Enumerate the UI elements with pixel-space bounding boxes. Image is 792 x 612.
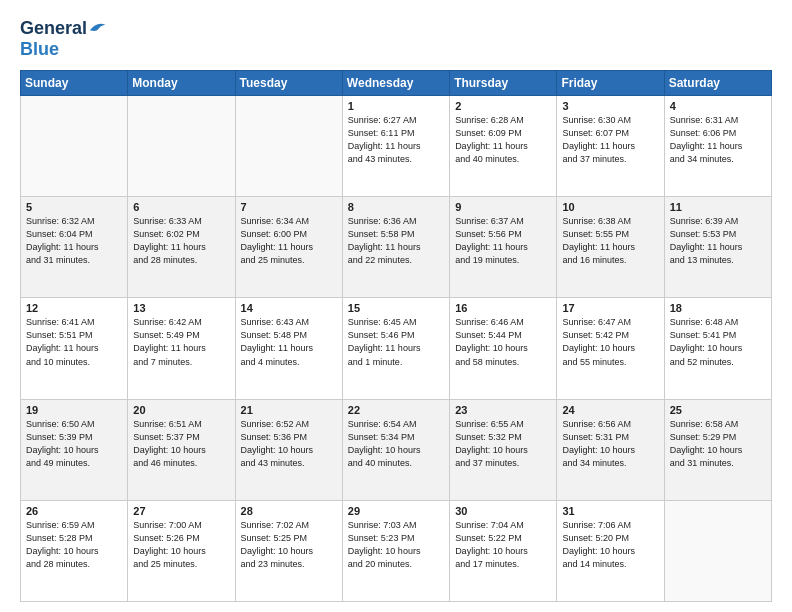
- calendar-cell: 21Sunrise: 6:52 AM Sunset: 5:36 PM Dayli…: [235, 399, 342, 500]
- weekday-header-friday: Friday: [557, 71, 664, 96]
- calendar-cell: 4Sunrise: 6:31 AM Sunset: 6:06 PM Daylig…: [664, 96, 771, 197]
- day-info: Sunrise: 7:06 AM Sunset: 5:20 PM Dayligh…: [562, 519, 658, 571]
- day-number: 26: [26, 505, 122, 517]
- calendar-cell: 28Sunrise: 7:02 AM Sunset: 5:25 PM Dayli…: [235, 500, 342, 601]
- calendar-cell: 3Sunrise: 6:30 AM Sunset: 6:07 PM Daylig…: [557, 96, 664, 197]
- calendar-cell: [128, 96, 235, 197]
- calendar-cell: 24Sunrise: 6:56 AM Sunset: 5:31 PM Dayli…: [557, 399, 664, 500]
- day-info: Sunrise: 6:41 AM Sunset: 5:51 PM Dayligh…: [26, 316, 122, 368]
- day-info: Sunrise: 6:59 AM Sunset: 5:28 PM Dayligh…: [26, 519, 122, 571]
- calendar-cell: 15Sunrise: 6:45 AM Sunset: 5:46 PM Dayli…: [342, 298, 449, 399]
- calendar-row-4: 19Sunrise: 6:50 AM Sunset: 5:39 PM Dayli…: [21, 399, 772, 500]
- day-number: 21: [241, 404, 337, 416]
- calendar-cell: 2Sunrise: 6:28 AM Sunset: 6:09 PM Daylig…: [450, 96, 557, 197]
- day-info: Sunrise: 6:56 AM Sunset: 5:31 PM Dayligh…: [562, 418, 658, 470]
- calendar-cell: 14Sunrise: 6:43 AM Sunset: 5:48 PM Dayli…: [235, 298, 342, 399]
- day-info: Sunrise: 6:47 AM Sunset: 5:42 PM Dayligh…: [562, 316, 658, 368]
- page: GeneralBlue SundayMondayTuesdayWednesday…: [0, 0, 792, 612]
- day-info: Sunrise: 7:03 AM Sunset: 5:23 PM Dayligh…: [348, 519, 444, 571]
- day-number: 16: [455, 302, 551, 314]
- day-info: Sunrise: 6:54 AM Sunset: 5:34 PM Dayligh…: [348, 418, 444, 470]
- calendar-cell: 26Sunrise: 6:59 AM Sunset: 5:28 PM Dayli…: [21, 500, 128, 601]
- calendar-cell: 1Sunrise: 6:27 AM Sunset: 6:11 PM Daylig…: [342, 96, 449, 197]
- weekday-header-tuesday: Tuesday: [235, 71, 342, 96]
- day-number: 28: [241, 505, 337, 517]
- calendar-cell: 18Sunrise: 6:48 AM Sunset: 5:41 PM Dayli…: [664, 298, 771, 399]
- day-info: Sunrise: 6:58 AM Sunset: 5:29 PM Dayligh…: [670, 418, 766, 470]
- day-info: Sunrise: 6:52 AM Sunset: 5:36 PM Dayligh…: [241, 418, 337, 470]
- day-info: Sunrise: 6:50 AM Sunset: 5:39 PM Dayligh…: [26, 418, 122, 470]
- day-info: Sunrise: 6:45 AM Sunset: 5:46 PM Dayligh…: [348, 316, 444, 368]
- day-number: 3: [562, 100, 658, 112]
- calendar-cell: 29Sunrise: 7:03 AM Sunset: 5:23 PM Dayli…: [342, 500, 449, 601]
- day-number: 19: [26, 404, 122, 416]
- day-number: 6: [133, 201, 229, 213]
- day-info: Sunrise: 6:32 AM Sunset: 6:04 PM Dayligh…: [26, 215, 122, 267]
- calendar-table: SundayMondayTuesdayWednesdayThursdayFrid…: [20, 70, 772, 602]
- day-info: Sunrise: 6:38 AM Sunset: 5:55 PM Dayligh…: [562, 215, 658, 267]
- day-number: 13: [133, 302, 229, 314]
- day-info: Sunrise: 7:00 AM Sunset: 5:26 PM Dayligh…: [133, 519, 229, 571]
- day-number: 1: [348, 100, 444, 112]
- day-number: 9: [455, 201, 551, 213]
- calendar-row-5: 26Sunrise: 6:59 AM Sunset: 5:28 PM Dayli…: [21, 500, 772, 601]
- calendar-cell: 6Sunrise: 6:33 AM Sunset: 6:02 PM Daylig…: [128, 197, 235, 298]
- weekday-header-thursday: Thursday: [450, 71, 557, 96]
- day-info: Sunrise: 6:36 AM Sunset: 5:58 PM Dayligh…: [348, 215, 444, 267]
- day-info: Sunrise: 6:30 AM Sunset: 6:07 PM Dayligh…: [562, 114, 658, 166]
- calendar-cell: 8Sunrise: 6:36 AM Sunset: 5:58 PM Daylig…: [342, 197, 449, 298]
- day-info: Sunrise: 6:55 AM Sunset: 5:32 PM Dayligh…: [455, 418, 551, 470]
- day-info: Sunrise: 7:02 AM Sunset: 5:25 PM Dayligh…: [241, 519, 337, 571]
- calendar-cell: 27Sunrise: 7:00 AM Sunset: 5:26 PM Dayli…: [128, 500, 235, 601]
- day-number: 11: [670, 201, 766, 213]
- day-info: Sunrise: 6:42 AM Sunset: 5:49 PM Dayligh…: [133, 316, 229, 368]
- calendar-cell: 7Sunrise: 6:34 AM Sunset: 6:00 PM Daylig…: [235, 197, 342, 298]
- weekday-header-row: SundayMondayTuesdayWednesdayThursdayFrid…: [21, 71, 772, 96]
- calendar-cell: [664, 500, 771, 601]
- calendar-cell: 20Sunrise: 6:51 AM Sunset: 5:37 PM Dayli…: [128, 399, 235, 500]
- day-number: 23: [455, 404, 551, 416]
- day-number: 5: [26, 201, 122, 213]
- day-info: Sunrise: 6:43 AM Sunset: 5:48 PM Dayligh…: [241, 316, 337, 368]
- calendar-cell: [21, 96, 128, 197]
- day-number: 12: [26, 302, 122, 314]
- day-number: 31: [562, 505, 658, 517]
- day-number: 7: [241, 201, 337, 213]
- calendar-cell: 19Sunrise: 6:50 AM Sunset: 5:39 PM Dayli…: [21, 399, 128, 500]
- day-info: Sunrise: 6:28 AM Sunset: 6:09 PM Dayligh…: [455, 114, 551, 166]
- day-number: 24: [562, 404, 658, 416]
- day-number: 25: [670, 404, 766, 416]
- day-number: 30: [455, 505, 551, 517]
- day-number: 14: [241, 302, 337, 314]
- calendar-cell: 31Sunrise: 7:06 AM Sunset: 5:20 PM Dayli…: [557, 500, 664, 601]
- day-info: Sunrise: 7:04 AM Sunset: 5:22 PM Dayligh…: [455, 519, 551, 571]
- day-info: Sunrise: 6:48 AM Sunset: 5:41 PM Dayligh…: [670, 316, 766, 368]
- day-number: 17: [562, 302, 658, 314]
- logo: GeneralBlue: [20, 18, 107, 60]
- day-number: 29: [348, 505, 444, 517]
- calendar-cell: 30Sunrise: 7:04 AM Sunset: 5:22 PM Dayli…: [450, 500, 557, 601]
- calendar-cell: [235, 96, 342, 197]
- day-number: 18: [670, 302, 766, 314]
- day-number: 15: [348, 302, 444, 314]
- calendar-row-1: 1Sunrise: 6:27 AM Sunset: 6:11 PM Daylig…: [21, 96, 772, 197]
- day-number: 20: [133, 404, 229, 416]
- day-info: Sunrise: 6:34 AM Sunset: 6:00 PM Dayligh…: [241, 215, 337, 267]
- weekday-header-saturday: Saturday: [664, 71, 771, 96]
- calendar-cell: 25Sunrise: 6:58 AM Sunset: 5:29 PM Dayli…: [664, 399, 771, 500]
- calendar-cell: 16Sunrise: 6:46 AM Sunset: 5:44 PM Dayli…: [450, 298, 557, 399]
- calendar-row-2: 5Sunrise: 6:32 AM Sunset: 6:04 PM Daylig…: [21, 197, 772, 298]
- day-number: 8: [348, 201, 444, 213]
- calendar-cell: 10Sunrise: 6:38 AM Sunset: 5:55 PM Dayli…: [557, 197, 664, 298]
- day-info: Sunrise: 6:27 AM Sunset: 6:11 PM Dayligh…: [348, 114, 444, 166]
- day-info: Sunrise: 6:51 AM Sunset: 5:37 PM Dayligh…: [133, 418, 229, 470]
- weekday-header-sunday: Sunday: [21, 71, 128, 96]
- logo-blue: Blue: [20, 39, 59, 60]
- calendar-cell: 11Sunrise: 6:39 AM Sunset: 5:53 PM Dayli…: [664, 197, 771, 298]
- calendar-cell: 22Sunrise: 6:54 AM Sunset: 5:34 PM Dayli…: [342, 399, 449, 500]
- day-info: Sunrise: 6:33 AM Sunset: 6:02 PM Dayligh…: [133, 215, 229, 267]
- calendar-cell: 23Sunrise: 6:55 AM Sunset: 5:32 PM Dayli…: [450, 399, 557, 500]
- calendar-row-3: 12Sunrise: 6:41 AM Sunset: 5:51 PM Dayli…: [21, 298, 772, 399]
- calendar-cell: 13Sunrise: 6:42 AM Sunset: 5:49 PM Dayli…: [128, 298, 235, 399]
- day-info: Sunrise: 6:37 AM Sunset: 5:56 PM Dayligh…: [455, 215, 551, 267]
